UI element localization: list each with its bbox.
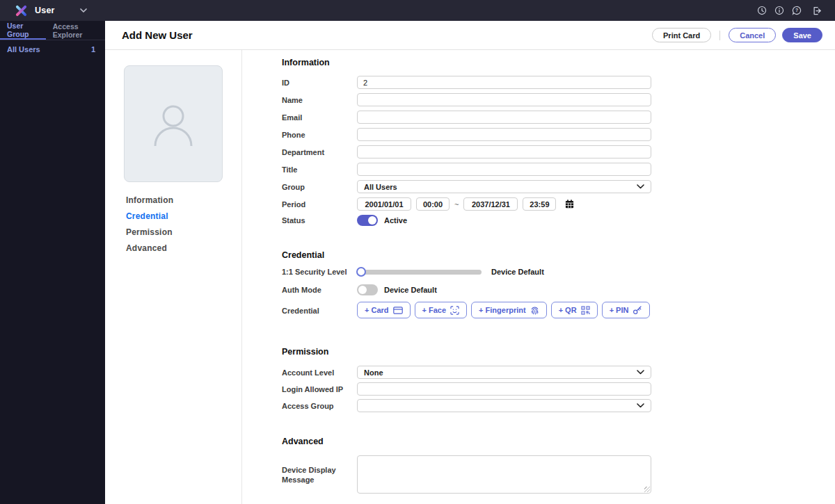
login-ip-input[interactable]: [357, 382, 651, 396]
section-heading-permission: Permission: [282, 348, 671, 357]
device-message-label: Device Display Message: [282, 465, 357, 485]
header-divider: [719, 31, 720, 40]
calendar-icon[interactable]: [565, 200, 574, 209]
form-row-id: ID: [282, 76, 671, 89]
form-row-name: Name: [282, 93, 671, 106]
auth-mode-toggle[interactable]: [357, 284, 378, 295]
app-window: User ? User Group Access Explorer: [0, 0, 835, 504]
account-level-value: None: [364, 368, 383, 377]
user-form: Information ID Name Email Phone: [282, 50, 671, 498]
form-row-period: Period ~: [282, 197, 671, 211]
key-icon: [633, 305, 642, 315]
email-label: Email: [282, 113, 357, 122]
auth-mode-label: Auth Mode: [282, 285, 357, 295]
nav-item-permission[interactable]: Permission: [126, 228, 173, 237]
svg-text:?: ?: [795, 8, 797, 13]
main-panel: Add New User Print Card Cancel Save: [105, 21, 835, 504]
period-separator: ~: [454, 200, 459, 209]
tab-access-explorer[interactable]: Access Explorer: [46, 21, 105, 40]
add-pin-button[interactable]: + PIN: [602, 302, 651, 318]
add-fingerprint-button[interactable]: + Fingerprint: [471, 302, 547, 318]
phone-input[interactable]: [357, 128, 651, 141]
form-row-title: Title: [282, 163, 671, 176]
resize-grip[interactable]: [644, 487, 650, 492]
toggle-knob: [368, 216, 376, 225]
security-level-slider[interactable]: [357, 270, 482, 275]
title-input[interactable]: [357, 163, 651, 176]
period-end-date-input[interactable]: [463, 197, 518, 211]
app-logo-icon: [15, 5, 27, 17]
department-input[interactable]: [357, 145, 651, 158]
nav-item-information[interactable]: Information: [126, 196, 173, 205]
header-actions: Print Card Cancel Save: [652, 28, 822, 42]
access-group-label: Access Group: [282, 401, 357, 411]
fingerprint-icon: [530, 306, 539, 315]
add-qr-label: + QR: [559, 306, 577, 314]
period-start-date-input[interactable]: [357, 197, 411, 211]
app-menu[interactable]: User: [27, 6, 87, 15]
device-message-textarea[interactable]: [357, 455, 651, 494]
form-row-group: Group All Users: [282, 180, 671, 193]
security-level-value: Device Default: [491, 268, 544, 276]
save-button[interactable]: Save: [782, 28, 822, 42]
print-card-button[interactable]: Print Card: [652, 28, 711, 42]
period-start-time-input[interactable]: [416, 197, 450, 211]
help-circle-icon[interactable]: ?: [791, 6, 802, 16]
slider-handle[interactable]: [356, 267, 366, 277]
chevron-down-icon: [637, 403, 644, 408]
person-icon: [145, 97, 201, 150]
group-label: Group: [282, 182, 357, 192]
group-select[interactable]: All Users: [357, 180, 651, 193]
logout-icon[interactable]: [812, 6, 822, 16]
sidebar-item-all-users[interactable]: All Users 1: [0, 40, 105, 58]
security-level-label: 1:1 Security Level: [282, 267, 357, 277]
add-face-button[interactable]: + Face: [415, 302, 468, 318]
cancel-button[interactable]: Cancel: [729, 28, 776, 42]
chevron-down-icon: [637, 184, 644, 189]
period-controls: ~: [357, 197, 574, 211]
section-heading-information: Information: [282, 58, 671, 67]
nav-item-credential[interactable]: Credential: [126, 212, 173, 221]
chevron-down-icon: [80, 8, 87, 13]
name-input[interactable]: [357, 93, 651, 106]
add-face-label: + Face: [422, 306, 447, 314]
sidebar-item-label: All Users: [7, 45, 40, 54]
add-qr-button[interactable]: + QR: [551, 302, 598, 318]
sidebar-item-count: 1: [91, 45, 95, 54]
access-group-select[interactable]: [357, 399, 651, 412]
department-label: Department: [282, 147, 357, 157]
page-title: Add New User: [122, 29, 193, 41]
info-circle-icon[interactable]: [774, 6, 784, 16]
account-level-select[interactable]: None: [357, 366, 651, 379]
form-row-access-group: Access Group: [282, 399, 671, 412]
credential-label: Credential: [282, 306, 357, 316]
section-heading-credential: Credential: [282, 251, 671, 260]
email-input[interactable]: [357, 111, 651, 124]
topbar-icons: ?: [756, 6, 825, 16]
id-input[interactable]: [357, 76, 651, 89]
credential-buttons: + Card + Face + Fingerprint: [357, 302, 650, 318]
period-label: Period: [282, 200, 357, 209]
form-row-auth-mode: Auth Mode Device Default: [282, 284, 671, 295]
chevron-down-icon: [637, 370, 644, 375]
section-nav: Information Credential Permission Advanc…: [126, 196, 173, 253]
section-heading-advanced: Advanced: [282, 437, 671, 446]
face-scan-icon: [450, 306, 459, 315]
add-card-button[interactable]: + Card: [357, 302, 411, 318]
nav-item-advanced[interactable]: Advanced: [126, 244, 173, 253]
page-header: Add New User Print Card Cancel Save: [105, 21, 835, 50]
period-end-time-input[interactable]: [523, 197, 556, 211]
form-row-status: Status Active: [282, 215, 671, 226]
tab-user-group[interactable]: User Group: [0, 21, 46, 40]
user-photo-placeholder[interactable]: [124, 65, 223, 182]
auth-mode-value: Device Default: [384, 286, 437, 294]
group-select-value: All Users: [364, 183, 397, 191]
qr-code-icon: [581, 306, 590, 315]
status-toggle[interactable]: [357, 215, 378, 226]
sidebar-tabs: User Group Access Explorer: [0, 21, 105, 40]
add-pin-label: + PIN: [610, 306, 629, 314]
add-fingerprint-label: + Fingerprint: [479, 306, 526, 314]
form-row-department: Department: [282, 145, 671, 158]
topbar: User ?: [0, 0, 835, 21]
history-clock-icon[interactable]: [756, 6, 767, 16]
